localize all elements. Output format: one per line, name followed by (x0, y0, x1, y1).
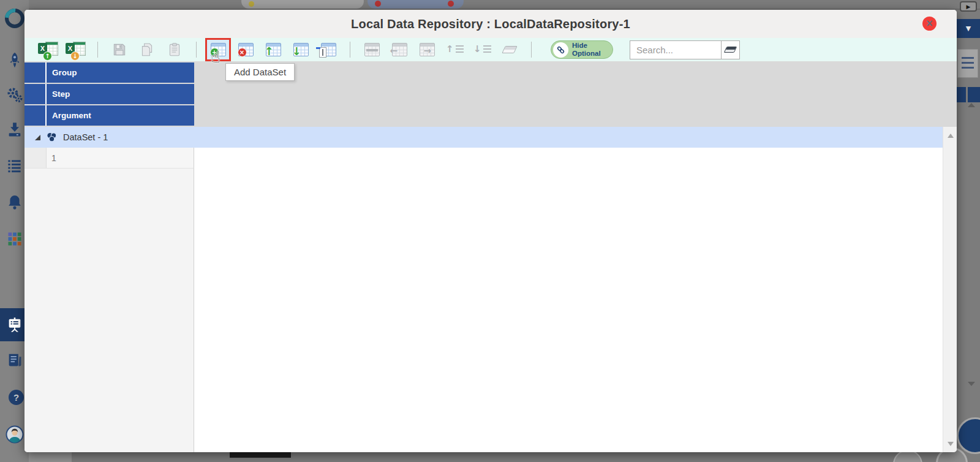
search-input[interactable] (630, 41, 721, 59)
clear-search-button[interactable] (721, 41, 739, 59)
cursor-hand-icon: ☝ (211, 48, 221, 66)
close-icon: × (925, 19, 933, 28)
table-icon: ↑ (266, 43, 281, 56)
clipboard-icon (167, 42, 183, 58)
delete-dataset-button[interactable]: × (235, 40, 257, 59)
run-dropdown-button: ▼ (957, 19, 980, 38)
move-row-down-button-disabled: ↓ (471, 40, 493, 59)
table-icon: ← (392, 43, 407, 56)
tab-record-icon (375, 1, 381, 7)
presentation-board-icon (6, 316, 23, 333)
eraser-icon (724, 47, 737, 53)
dialog-title: Local Data Repository : LocalDataReposit… (351, 17, 630, 31)
dataset-icon (46, 132, 58, 143)
dataset-label: DataSet - 1 (63, 132, 108, 142)
rename-dataset-button[interactable] (317, 40, 339, 59)
background-tab-active (368, 0, 464, 9)
green-up-arrow-icon: ↑ (265, 46, 274, 57)
move-column-right-button-disabled: → (416, 40, 438, 59)
header-row-argument: Argument (24, 105, 194, 126)
paste-button-disabled (164, 40, 186, 59)
play-icon: ▶ (967, 4, 971, 10)
rename-dash-icon (316, 47, 320, 49)
background-panel-icon (957, 49, 978, 78)
left-panel-background (24, 169, 194, 452)
data-row[interactable]: 1 (24, 148, 943, 169)
toolbar-separator (531, 42, 532, 58)
header-label: Argument (47, 105, 91, 126)
chevron-down-icon: ▼ (966, 25, 971, 32)
header-gutter (24, 105, 47, 126)
background-scroll-down-icon (968, 382, 975, 386)
search-box (630, 40, 740, 59)
copy-icon (139, 42, 155, 58)
hide-optional-label: Hide Optional (572, 42, 605, 57)
list-icon (6, 158, 23, 175)
app-logo-icon (5, 9, 24, 28)
news-document-icon (6, 351, 23, 368)
header-gutter (24, 62, 47, 83)
copy-button-disabled (136, 40, 158, 59)
background-bar (230, 452, 291, 458)
header-row-group: Group (24, 62, 194, 83)
table-icon: ↓ (293, 43, 309, 56)
green-down-arrow-icon: ↓ (292, 46, 301, 57)
table-icon (321, 43, 336, 56)
header-row-step: Step (24, 84, 194, 104)
background-panel-header (968, 87, 980, 102)
move-dataset-down-button[interactable]: ↓ (290, 40, 312, 59)
download-badge-icon: ↓ (70, 51, 80, 61)
sidebar-item-help[interactable]: ? (9, 390, 24, 405)
scrollbar-up-button[interactable] (943, 129, 957, 142)
header-label: Step (47, 84, 70, 104)
export-excel-button[interactable]: X ↓ (65, 40, 87, 59)
avatar (6, 425, 24, 444)
background-tab (241, 0, 364, 9)
table-row-icon (364, 43, 380, 56)
header-label: Group (47, 62, 77, 83)
add-row-button-disabled (361, 40, 383, 59)
scroll-down-icon (948, 442, 954, 446)
scroll-up-icon (948, 134, 954, 138)
link-icon (553, 42, 568, 58)
eraser-icon (502, 46, 518, 53)
move-column-left-button-disabled: ← (388, 40, 410, 59)
background-fab-primary (957, 417, 980, 454)
data-row-cell[interactable]: 1 (24, 148, 194, 169)
dialog-titlebar: Local Data Repository : LocalDataReposit… (24, 10, 957, 38)
grid-row-headers: Group Step Argument (24, 62, 194, 127)
play-button: ▶ (960, 1, 977, 12)
local-data-repository-dialog: Local Data Repository : LocalDataReposit… (24, 10, 957, 452)
tab-status-icon (249, 1, 254, 7)
dialog-content: Group Step Argument DataSet - (24, 61, 957, 452)
toolbar-separator (97, 42, 98, 58)
hide-optional-button[interactable]: Hide Optional (551, 40, 613, 59)
download-icon (6, 121, 23, 138)
vertical-scrollbar[interactable] (943, 127, 957, 452)
move-dataset-up-button[interactable]: ↑ (262, 40, 284, 59)
save-floppy-icon (111, 42, 127, 58)
help-icon: ? (13, 392, 19, 403)
table-icon: → (420, 43, 435, 56)
close-button[interactable]: × (922, 17, 937, 31)
indent-up-icon: ↑ (447, 43, 462, 56)
dialog-toolbar: X ↑ X ↓ (24, 38, 957, 61)
table-icon: × (238, 43, 254, 56)
background-window-corner (29, 452, 72, 462)
background-scroll-up-icon (968, 103, 975, 107)
scrollbar-down-button[interactable] (943, 437, 957, 450)
background-panel-header (957, 87, 966, 102)
upload-badge-icon: ↑ (43, 51, 52, 61)
row-gutter (24, 148, 47, 168)
tab-record-icon (448, 1, 454, 7)
rocket-icon (6, 51, 23, 69)
import-excel-button[interactable]: X ↑ (37, 40, 59, 59)
row-index-label: 1 (47, 153, 56, 163)
tree-expander-icon[interactable] (35, 135, 40, 140)
dataset-row-selected[interactable]: DataSet - 1 (24, 127, 943, 148)
toolbar-separator (350, 42, 350, 58)
gear-icon (6, 86, 24, 104)
move-row-up-button-disabled: ↑ (443, 40, 466, 59)
apps-grid-icon (6, 230, 23, 248)
save-button-disabled (108, 40, 130, 59)
